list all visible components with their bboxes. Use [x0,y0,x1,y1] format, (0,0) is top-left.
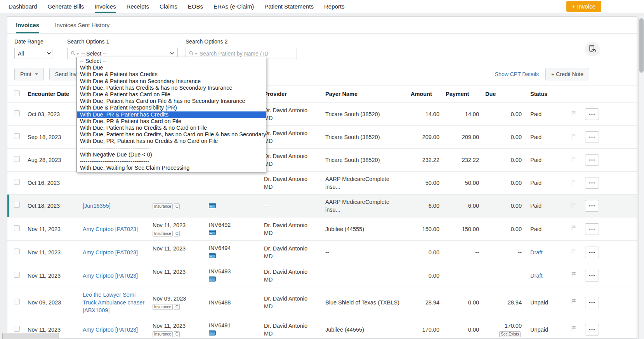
patient-search-input[interactable] [200,50,293,57]
dropdown-option[interactable]: With Due [77,64,266,71]
patient-cell: Amy Criptoo [PAT023] [80,264,149,287]
badge: Insurance [153,304,173,310]
flag-icon[interactable] [571,271,576,280]
dropdown-option[interactable]: With Due & Patient Responsibility (PR) [77,104,266,111]
flag-icon[interactable] [571,248,576,256]
dropdown-option[interactable]: With Due, PR & Patient has Credits [77,111,266,118]
row-checkbox[interactable] [14,225,20,231]
patient-link[interactable]: Amy Criptoo [PAT023] [83,327,138,333]
dropdown-option[interactable]: With Due, PR, Patient has no Credits & n… [77,138,266,144]
dropdown-option[interactable]: With Due, Patient has no Credits, has no… [77,131,266,138]
flag-icon[interactable] [571,110,576,118]
row-actions-button[interactable] [585,223,599,235]
ellipsis-icon [589,329,595,330]
row-actions-button[interactable] [585,131,599,143]
invoice-badges: InsuranceC [153,331,181,337]
invoice-number-cell: INV6488 [206,287,261,318]
scrollbar-thumb[interactable] [639,18,644,73]
invoice-date-cell: Nov 11, 2023 [149,264,206,287]
row-checkbox[interactable] [14,202,20,208]
dropdown-option[interactable]: With Due, Patient has Card on File & has… [77,98,266,104]
row-actions-button[interactable] [585,154,599,166]
badge: Insurance [153,331,173,337]
date-range-select[interactable]: All [14,48,52,59]
nav-item[interactable]: Generate Bills [47,0,84,13]
status-cell: Paid [525,149,566,172]
tab[interactable]: Invoices Sent History [55,22,109,33]
patient-link[interactable]: Leo the Lawyer Semi Truck Ambulance chas… [83,292,144,313]
nav-item[interactable]: ERAs (e-Claim) [214,0,254,13]
search-options-dropdown: -- Select -- With Due With Due & Patient… [76,57,266,172]
nav-item[interactable]: Receipts [127,0,149,13]
dropdown-option[interactable]: With Due & Patient has Credits [77,71,266,78]
credit-note-button[interactable]: + Credit Note [545,68,589,80]
patient-cell: [Jun16355] [80,195,149,217]
patient-link[interactable]: Amy Criptoo [PAT023] [83,226,138,232]
encounter-date-cell: Oct 16, 2023 [24,172,80,195]
flag-icon[interactable] [571,179,576,187]
row-checkbox[interactable] [14,133,20,139]
nav-item[interactable]: Reports [324,0,345,13]
encounter-date-cell: Oct 03, 2023 [24,103,80,126]
due-value: 0.00 [485,202,522,210]
show-cpt-details-link[interactable]: Show CPT Details [495,71,539,77]
row-checkbox[interactable] [14,179,20,185]
print-button[interactable]: Print [14,68,44,80]
new-invoice-button[interactable]: + Invoice [566,1,601,12]
tab[interactable]: Invoices [16,22,39,33]
nav-item[interactable]: Patient Statements [264,0,314,13]
row-actions-button[interactable] [585,200,599,212]
row-actions-button[interactable] [585,108,599,120]
row-checkbox[interactable] [14,249,20,254]
nav-item[interactable]: EOBs [188,0,203,13]
ellipsis-icon [589,302,595,303]
dropdown-option[interactable]: ------------------------------------- [77,145,266,151]
row-actions-button[interactable] [585,247,599,258]
row-checkbox[interactable] [14,272,20,278]
row-checkbox[interactable] [14,110,20,116]
invoice-date: Nov 11, 2023 [153,245,203,252]
row-checkbox[interactable] [14,156,20,162]
flag-icon[interactable] [571,202,576,210]
patient-link[interactable]: Amy Criptoo [PAT023] [83,249,138,256]
row-checkbox[interactable] [14,326,20,332]
dropdown-option[interactable]: ------------------------------------- [77,158,266,165]
row-actions-button[interactable] [585,270,599,282]
flag-icon[interactable] [571,156,576,164]
row-actions-button[interactable] [585,324,599,336]
dropdown-option[interactable]: With Due, Patient has no Credits & no Ca… [77,125,266,131]
due-cell: 170.00 Sec.Exists [482,318,525,339]
dropdown-option[interactable]: With Negative Due (Due < 0) [77,151,266,158]
nav-item[interactable]: Dashboard [9,0,37,13]
flag-icon[interactable] [571,133,576,141]
dropdown-option[interactable]: With Due & Patient has no Secondary Insu… [77,78,266,85]
dropdown-option[interactable]: With Due, Patient has Credits & has no S… [77,85,266,91]
row-actions-button[interactable] [585,177,599,189]
flag-icon[interactable] [571,325,576,334]
badge: C [174,231,180,236]
nav-item[interactable]: Invoices [95,0,116,13]
patient-link[interactable]: [Jun16355] [83,203,111,209]
vertical-scrollbar[interactable] [638,17,644,339]
payment-cell: -- [443,241,482,264]
invoice-number: INV6491 [209,322,258,329]
payer-cell: -- [322,241,408,264]
patient-link[interactable]: Amy Criptoo [PAT023] [83,273,138,279]
flag-icon[interactable] [571,299,576,307]
dropdown-option[interactable]: With Due, PR & Patient has Card on File [77,118,266,125]
dropdown-option[interactable]: With Due & Patient has Card on File [77,91,266,98]
invoice-preview-button[interactable] [585,42,600,56]
due-cell: 0.00 [482,172,525,195]
nav-item[interactable]: Claims [160,0,177,13]
dropdown-option[interactable]: With Due, Waiting for Sec.Claim Processi… [77,165,266,171]
header-payment: Payment [443,85,482,103]
tab-bar: Invoices Invoices Sent History [7,17,637,34]
patient-cell: Amy Criptoo [PAT023] [80,217,149,241]
row-checkbox[interactable] [14,299,20,304]
select-all-checkbox[interactable] [14,90,20,96]
dropdown-option[interactable]: -- Select -- [77,58,266,64]
minimized-widget[interactable] [2,333,59,339]
row-actions-button[interactable] [585,297,599,308]
flag-icon[interactable] [571,225,576,233]
status-cell: Paid [525,103,566,126]
